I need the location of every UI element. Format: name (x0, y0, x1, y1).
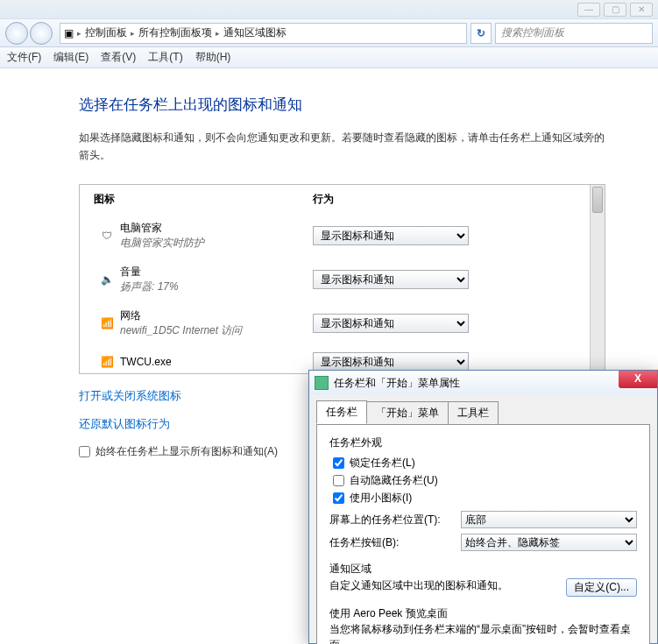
table-row: 📶 TWCU.exe 显示图标和通知 (80, 345, 605, 373)
chevron-icon: ▸ (77, 29, 81, 38)
close-button[interactable]: ✕ (630, 3, 653, 17)
app-subtitle: 扬声器: 17% (120, 280, 313, 294)
chevron-icon: ▸ (131, 29, 135, 38)
column-header-icon: 图标 (94, 192, 313, 207)
root-icon: ▣ (64, 27, 74, 39)
app-name: 网络 (120, 308, 313, 323)
buttons-select[interactable]: 始终合并、隐藏标签 (461, 534, 637, 551)
always-show-label: 始终在任务栏上显示所有图标和通知(A) (96, 444, 278, 459)
back-button[interactable] (5, 22, 28, 45)
dialog-titlebar[interactable]: 任务栏和「开始」菜单属性 X (309, 371, 657, 395)
lock-taskbar-checkbox[interactable] (333, 457, 344, 469)
refresh-button[interactable]: ↻ (471, 23, 492, 44)
menu-view[interactable]: 查看(V) (101, 50, 136, 65)
behavior-select[interactable]: 显示图标和通知 (313, 226, 469, 245)
address-bar: ▣ ▸ 控制面板 ▸ 所有控制面板项 ▸ 通知区域图标 ↻ 搜索控制面板 (0, 19, 658, 47)
autohide-checkbox[interactable] (333, 475, 344, 486)
position-label: 屏幕上的任务栏位置(T): (329, 513, 461, 527)
dialog-close-button[interactable]: X (619, 371, 657, 388)
signal-icon: 📶 (94, 356, 120, 368)
page-title: 选择在任务栏上出现的图标和通知 (79, 95, 605, 115)
tab-strip: 任务栏 「开始」菜单 工具栏 (309, 395, 657, 424)
crumb-all-items[interactable]: 所有控制面板项 (138, 25, 212, 40)
maximize-button[interactable]: ▢ (604, 3, 626, 17)
menu-help[interactable]: 帮助(H) (195, 50, 231, 65)
aero-peek-title: 使用 Aero Peek 预览桌面 (329, 605, 637, 621)
chevron-icon: ▸ (216, 29, 220, 38)
notification-area-title: 通知区域 (329, 562, 637, 577)
crumb-control-panel[interactable]: 控制面板 (85, 25, 127, 40)
menu-tools[interactable]: 工具(T) (148, 50, 182, 65)
dialog-icon (315, 376, 329, 390)
tab-taskbar[interactable]: 任务栏 (316, 400, 367, 424)
aero-peek-desc: 当您将鼠标移动到任务栏末端的“显示桌面”按钮时，会暂时查看桌面。 (329, 621, 637, 644)
network-icon: 📶 (94, 317, 120, 329)
tab-toolbars[interactable]: 工具栏 (448, 401, 499, 425)
buttons-label: 任务栏按钮(B): (329, 535, 461, 550)
app-name: TWCU.exe (120, 356, 313, 368)
shield-icon: 🛡 (94, 230, 120, 242)
autohide-label: 自动隐藏任务栏(U) (350, 473, 438, 488)
tab-panel-taskbar: 任务栏外观 锁定任务栏(L) 自动隐藏任务栏(U) 使用小图标(I) 屏幕上的任… (316, 424, 650, 644)
crumb-notification-icons[interactable]: 通知区域图标 (223, 25, 287, 40)
small-icons-checkbox[interactable] (333, 492, 344, 504)
small-icons-label: 使用小图标(I) (350, 491, 412, 506)
menu-file[interactable]: 文件(F) (7, 50, 41, 65)
scroll-thumb[interactable] (592, 187, 603, 213)
table-row: 🛡 电脑管家 电脑管家实时防护 显示图标和通知 (80, 214, 605, 258)
menu-edit[interactable]: 编辑(E) (53, 50, 88, 65)
column-header-behavior: 行为 (313, 192, 591, 207)
group-appearance: 任务栏外观 (329, 435, 637, 450)
forward-button[interactable] (30, 22, 53, 45)
window-titlebar: — ▢ ✕ (0, 0, 658, 19)
position-select[interactable]: 底部 (461, 511, 637, 528)
lock-taskbar-label: 锁定任务栏(L) (350, 456, 415, 471)
taskbar-properties-dialog: 任务栏和「开始」菜单属性 X 任务栏 「开始」菜单 工具栏 任务栏外观 锁定任务… (308, 370, 658, 644)
speaker-icon: 🔈 (94, 273, 120, 286)
app-name: 音量 (120, 265, 313, 280)
scrollbar[interactable] (590, 185, 605, 373)
customize-button[interactable]: 自定义(C)... (566, 578, 637, 597)
menu-bar: 文件(F) 编辑(E) 查看(V) 工具(T) 帮助(H) (0, 47, 658, 68)
table-row: 📶 网络 newifi_1D5C Internet 访问 显示图标和通知 (80, 301, 605, 345)
dialog-title: 任务栏和「开始」菜单属性 (334, 376, 460, 391)
app-subtitle: 电脑管家实时防护 (120, 236, 313, 251)
behavior-select[interactable]: 显示图标和通知 (313, 270, 469, 289)
breadcrumb[interactable]: ▣ ▸ 控制面板 ▸ 所有控制面板项 ▸ 通知区域图标 (60, 23, 467, 44)
notification-area-desc: 自定义通知区域中出现的图标和通知。 (329, 579, 508, 591)
page-description: 如果选择隐藏图标和通知，则不会向您通知更改和更新。若要随时查看隐藏的图标，请单击… (79, 129, 605, 165)
icon-behavior-grid: 图标 行为 🛡 电脑管家 电脑管家实时防护 显示图标和通知 🔈 音量 扬声器: … (79, 184, 605, 374)
always-show-checkbox[interactable] (79, 446, 90, 457)
behavior-select[interactable]: 显示图标和通知 (313, 314, 469, 333)
app-name: 电脑管家 (120, 221, 313, 236)
tab-start-menu[interactable]: 「开始」菜单 (366, 401, 449, 425)
table-row: 🔈 音量 扬声器: 17% 显示图标和通知 (80, 258, 605, 301)
behavior-select[interactable]: 显示图标和通知 (313, 352, 469, 372)
app-subtitle: newifi_1D5C Internet 访问 (120, 323, 313, 338)
search-input[interactable]: 搜索控制面板 (495, 23, 653, 44)
minimize-button[interactable]: — (577, 3, 600, 17)
